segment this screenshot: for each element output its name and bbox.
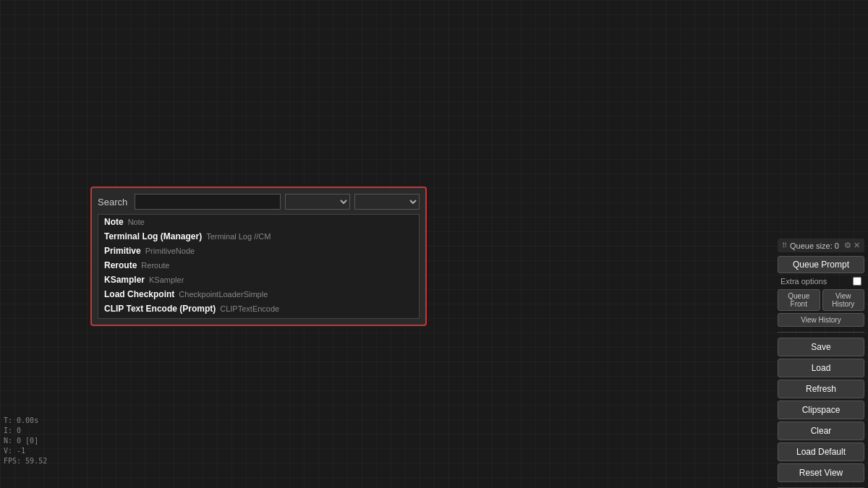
result-item[interactable]: Load CheckpointCheckpointLoaderSimple xyxy=(98,287,419,301)
search-panel: Search All All NoteNoteTerminal Log (Man… xyxy=(90,187,427,326)
extra-options-checkbox[interactable] xyxy=(853,277,861,286)
queue-header-left: ⠿ Queue size: 0 xyxy=(782,241,839,250)
extra-options-row: Extra options xyxy=(778,275,864,287)
result-item[interactable]: KSamplerKSampler xyxy=(98,273,419,287)
result-item[interactable]: RerouteReroute xyxy=(98,258,419,273)
queue-size-label: Queue size: 0 xyxy=(790,241,839,250)
result-item[interactable]: NoteNote xyxy=(98,215,419,229)
result-item-type: KSampler xyxy=(149,275,184,284)
result-item[interactable]: CLIP Set Last LayerCLIPSetLastLayer xyxy=(98,316,419,319)
right-panel: ⠿ Queue size: 0 ⚙ ✕ Queue Prompt Extra o… xyxy=(778,239,864,488)
result-item-type: CheckpointLoaderSimple xyxy=(179,290,268,299)
dots-icon[interactable]: ⠿ xyxy=(782,241,787,249)
stat-i: I: 0 xyxy=(4,426,47,436)
load-default-button[interactable]: Load Default xyxy=(778,442,864,461)
clear-button[interactable]: Clear xyxy=(778,421,864,440)
result-item[interactable]: PrimitivePrimitiveNode xyxy=(98,244,419,258)
search-dropdown-2[interactable]: All xyxy=(354,194,420,210)
result-item[interactable]: Terminal Log (Manager)Terminal Log //CM xyxy=(98,229,419,244)
search-dropdown-1[interactable]: All xyxy=(285,194,350,210)
stat-n: N: 0 [0] xyxy=(4,436,47,446)
result-item-name: CLIP Text Encode (Prompt) xyxy=(104,304,216,314)
result-item-type: Note xyxy=(128,218,145,226)
extra-options-label: Extra options xyxy=(780,277,827,286)
result-item-name: Primitive xyxy=(104,246,141,256)
stat-time: T: 0.00s xyxy=(4,416,47,426)
result-item-type: Terminal Log //CM xyxy=(206,232,271,241)
result-item-type: PrimitiveNode xyxy=(145,247,195,255)
load-button[interactable]: Load xyxy=(778,359,864,377)
sub-btn-row: Queue Front View History xyxy=(778,289,864,311)
search-header: Search All All xyxy=(98,194,420,210)
queue-front-button[interactable]: Queue Front xyxy=(778,289,820,311)
result-item-name: Note xyxy=(104,217,124,227)
result-item-name: Load Checkpoint xyxy=(104,289,174,299)
refresh-button[interactable]: Refresh xyxy=(778,380,864,398)
queue-header: ⠿ Queue size: 0 ⚙ ✕ xyxy=(778,239,864,252)
divider-1 xyxy=(778,332,864,333)
search-label: Search xyxy=(98,197,130,207)
search-results-list: NoteNoteTerminal Log (Manager)Terminal L… xyxy=(98,214,420,319)
search-input[interactable] xyxy=(135,194,281,210)
stats-panel: T: 0.00s I: 0 N: 0 [0] V: -1 FPS: 59.52 xyxy=(4,416,47,466)
result-item-name: Terminal Log (Manager) xyxy=(104,231,202,241)
view-history-button[interactable]: View History xyxy=(778,313,864,327)
view-history-inline-button[interactable]: View History xyxy=(822,289,865,311)
stat-fps: FPS: 59.52 xyxy=(4,456,47,466)
reset-view-button[interactable]: Reset View xyxy=(778,463,864,482)
result-item-name: KSampler xyxy=(104,275,145,285)
close-icon-btn[interactable]: ✕ xyxy=(854,241,860,250)
queue-prompt-button[interactable]: Queue Prompt xyxy=(778,256,864,273)
result-item-name: Reroute xyxy=(104,260,137,270)
result-item-type: Reroute xyxy=(141,261,169,270)
result-item-name: CLIP Set Last Layer xyxy=(104,318,186,319)
clipspace-button[interactable]: Clipspace xyxy=(778,401,864,419)
queue-header-icons: ⚙ ✕ xyxy=(844,241,860,250)
save-button[interactable]: Save xyxy=(778,338,864,356)
settings-icon-btn[interactable]: ⚙ xyxy=(844,241,851,250)
result-item[interactable]: CLIP Text Encode (Prompt)CLIPTextEncode xyxy=(98,301,419,316)
stat-v: V: -1 xyxy=(4,446,47,456)
result-item-type: CLIPTextEncode xyxy=(220,304,279,313)
